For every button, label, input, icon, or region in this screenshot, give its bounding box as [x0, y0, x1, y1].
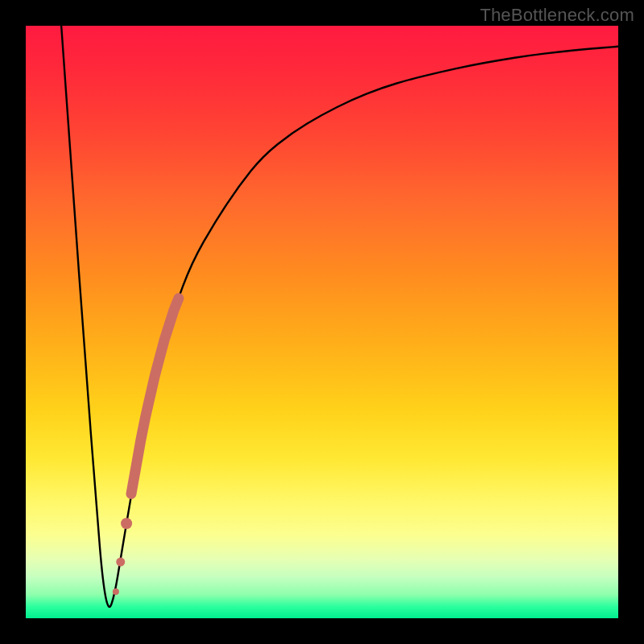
- highlight-dot: [121, 518, 132, 529]
- bottleneck-curve: [61, 26, 618, 607]
- curve-group: [61, 26, 618, 607]
- highlight-segment: [131, 299, 179, 494]
- chart-overlay: [26, 26, 618, 618]
- highlight-dot: [113, 588, 119, 595]
- chart-frame: TheBottleneck.com: [0, 0, 644, 644]
- plot-area: [26, 26, 618, 618]
- watermark-text: TheBottleneck.com: [480, 5, 634, 26]
- highlight-dot: [116, 558, 125, 567]
